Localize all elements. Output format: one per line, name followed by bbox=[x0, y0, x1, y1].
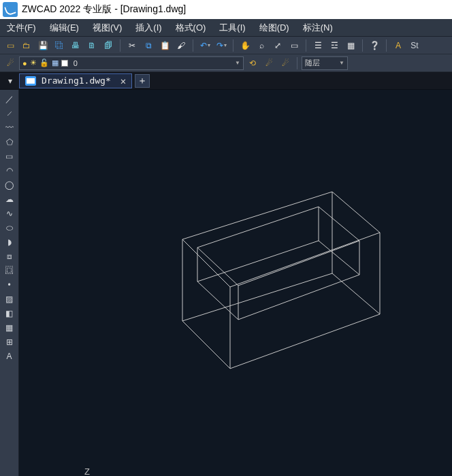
insert-block-tool[interactable]: ⧈ bbox=[1, 250, 18, 263]
standard-toolbar: ▭ 🗀 💾 ⿻ 🖶 🗎 🗐 ✂ ⧉ 📋 🖌 ↶▾ ↷▾ ✋ ⌕ ⤢ ▭ ☰ ☲ … bbox=[0, 37, 452, 54]
toolbar-separator bbox=[386, 39, 387, 52]
drawing-canvas[interactable]: Z X Y bbox=[19, 90, 452, 476]
layer-color-swatch bbox=[61, 60, 68, 67]
layer-lock-icon: 🔓 bbox=[39, 58, 49, 67]
new-tab-button[interactable]: ＋ bbox=[135, 74, 150, 88]
table-tool[interactable]: ⊞ bbox=[1, 335, 18, 349]
text-style-button[interactable]: A bbox=[391, 38, 406, 53]
pan-button[interactable]: ✋ bbox=[238, 38, 253, 53]
chevron-down-icon: ▼ bbox=[235, 60, 240, 66]
paste-button[interactable]: 📋 bbox=[157, 38, 172, 53]
chevron-down-icon: ▼ bbox=[339, 60, 344, 66]
toolbar-separator bbox=[233, 39, 233, 52]
copy-button[interactable]: ⧉ bbox=[141, 38, 156, 53]
new-file-button[interactable]: ▭ bbox=[3, 38, 18, 53]
region-tool[interactable]: ▦ bbox=[1, 321, 18, 335]
model-wireframe bbox=[19, 90, 452, 476]
close-tab-button[interactable]: ✕ bbox=[120, 75, 126, 86]
properties-panel-button[interactable]: ☰ bbox=[310, 38, 325, 53]
polygon-tool[interactable]: ⬠ bbox=[1, 135, 18, 149]
title-bar: ZWCAD 2022 专业版 - [Drawing1.dwg] bbox=[0, 0, 452, 19]
tab-list-dropdown[interactable]: ▾ bbox=[4, 75, 16, 87]
layer-plot-icon: ▦ bbox=[52, 58, 59, 67]
design-center-button[interactable]: ☲ bbox=[327, 38, 342, 53]
ellipse-arc-tool[interactable]: ◗ bbox=[1, 235, 18, 249]
menu-file[interactable]: 文件(F) bbox=[0, 19, 43, 36]
draw-toolbar: ／ ⟋ 〰 ⬠ ▭ ◠ ◯ ☁ ∿ ⬭ ◗ ⧈ ⿴ • ▨ ◧ ▦ ⊞ A bbox=[0, 90, 19, 476]
bylayer-label: 随层 bbox=[305, 58, 320, 68]
publish-button[interactable]: 🗐 bbox=[101, 38, 116, 53]
layer-states-button[interactable]: ☄ bbox=[278, 56, 293, 71]
zoom-extents-button[interactable]: ▭ bbox=[287, 38, 302, 53]
revision-cloud-tool[interactable]: ☁ bbox=[1, 192, 18, 206]
layer-isolate-button[interactable]: ☄ bbox=[261, 56, 276, 71]
layer-name: 0 bbox=[74, 59, 78, 67]
color-bylayer-dropdown[interactable]: 随层 ▼ bbox=[302, 56, 348, 70]
toolbar-separator bbox=[120, 39, 120, 52]
workspace: ／ ⟋ 〰 ⬠ ▭ ◠ ◯ ☁ ∿ ⬭ ◗ ⧈ ⿴ • ▨ ◧ ▦ ⊞ A bbox=[0, 90, 452, 476]
hatch-tool[interactable]: ▨ bbox=[1, 292, 18, 306]
toolbar-separator bbox=[362, 39, 363, 52]
point-tool[interactable]: • bbox=[1, 278, 18, 292]
document-tab-label: Drawing1.dwg* bbox=[42, 75, 111, 86]
undo-button[interactable]: ↶▾ bbox=[197, 38, 212, 53]
layers-toolbar: ☄ ● ☀ 🔓 ▦ 0 ▼ ⟲ ☄ ☄ 随层 ▼ bbox=[0, 54, 452, 72]
ellipse-tool[interactable]: ⬭ bbox=[1, 221, 18, 235]
circle-tool[interactable]: ◯ bbox=[1, 178, 18, 192]
layer-freeze-icon: ☀ bbox=[30, 58, 37, 67]
arc-tool[interactable]: ◠ bbox=[1, 164, 18, 177]
zoom-window-button[interactable]: ⤢ bbox=[270, 38, 285, 53]
annotation-style-button[interactable]: St bbox=[407, 38, 422, 53]
make-block-tool[interactable]: ⿴ bbox=[1, 264, 18, 277]
help-button[interactable]: ❔ bbox=[367, 38, 382, 53]
ucs-z-label: Z bbox=[84, 466, 90, 476]
construction-line-tool[interactable]: ⟋ bbox=[1, 107, 18, 120]
cut-button[interactable]: ✂ bbox=[125, 38, 140, 53]
mtext-tool[interactable]: A bbox=[1, 350, 18, 363]
menu-format[interactable]: 格式(O) bbox=[169, 19, 213, 36]
layer-dropdown[interactable]: ● ☀ 🔓 ▦ 0 ▼ bbox=[19, 56, 244, 70]
menu-edit[interactable]: 编辑(E) bbox=[43, 19, 86, 36]
line-tool[interactable]: ／ bbox=[1, 92, 18, 106]
layer-previous-button[interactable]: ⟲ bbox=[245, 56, 260, 71]
spline-tool[interactable]: ∿ bbox=[1, 207, 18, 220]
tool-palettes-button[interactable]: ▦ bbox=[343, 38, 358, 53]
window-title: ZWCAD 2022 专业版 - [Drawing1.dwg] bbox=[22, 3, 186, 16]
layer-manager-button[interactable]: ☄ bbox=[3, 56, 18, 71]
redo-button[interactable]: ↷▾ bbox=[214, 38, 229, 53]
menu-bar: 文件(F) 编辑(E) 视图(V) 插入(I) 格式(O) 工具(I) 绘图(D… bbox=[0, 19, 452, 37]
menu-draw[interactable]: 绘图(D) bbox=[253, 19, 296, 36]
app-logo-icon bbox=[3, 2, 18, 17]
save-button[interactable]: 💾 bbox=[35, 38, 50, 53]
menu-dim[interactable]: 标注(N) bbox=[296, 19, 340, 36]
plot-button[interactable]: 🖶 bbox=[68, 38, 83, 53]
menu-tools[interactable]: 工具(I) bbox=[212, 19, 252, 36]
toolbar-separator bbox=[297, 57, 297, 69]
polyline-tool[interactable]: 〰 bbox=[1, 121, 18, 135]
document-tab-active[interactable]: Drawing1.dwg* ✕ bbox=[19, 73, 132, 88]
rectangle-tool[interactable]: ▭ bbox=[1, 150, 18, 163]
toolbar-separator bbox=[306, 39, 306, 52]
zoom-realtime-button[interactable]: ⌕ bbox=[254, 38, 269, 53]
save-all-button[interactable]: ⿻ bbox=[52, 38, 67, 53]
match-props-button[interactable]: 🖌 bbox=[174, 38, 189, 53]
gradient-tool[interactable]: ◧ bbox=[1, 307, 18, 320]
menu-insert[interactable]: 插入(I) bbox=[129, 19, 168, 36]
preview-button[interactable]: 🗎 bbox=[84, 38, 99, 53]
dwg-file-icon bbox=[25, 76, 36, 86]
menu-view[interactable]: 视图(V) bbox=[86, 19, 129, 36]
layer-on-icon: ● bbox=[22, 59, 27, 67]
open-file-button[interactable]: 🗀 bbox=[19, 38, 34, 53]
toolbar-separator bbox=[193, 39, 193, 52]
document-tabstrip: ▾ Drawing1.dwg* ✕ ＋ bbox=[0, 72, 452, 90]
